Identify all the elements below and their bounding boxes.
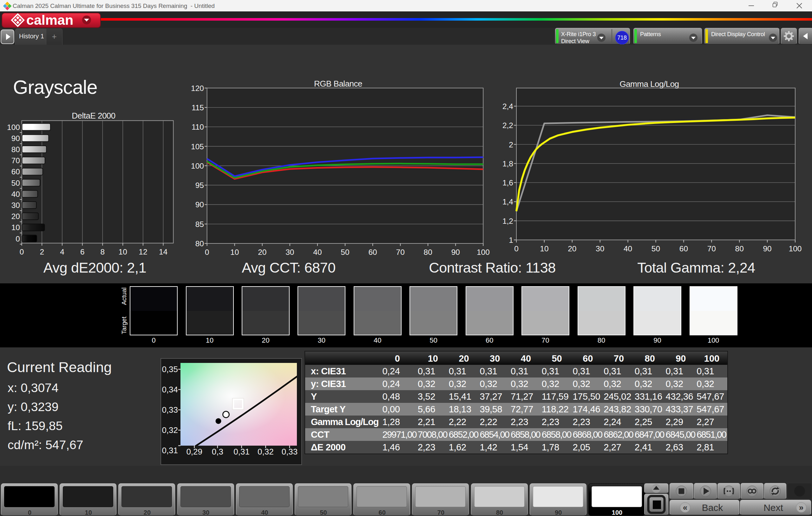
svg-text:70: 70 bbox=[707, 244, 716, 253]
svg-text:2,4: 2,4 bbox=[502, 102, 513, 111]
svg-text:90: 90 bbox=[763, 244, 772, 253]
svg-text:14: 14 bbox=[159, 247, 168, 256]
svg-text:1,2: 1,2 bbox=[502, 217, 513, 225]
svg-text:115: 115 bbox=[192, 103, 204, 112]
svg-text:95: 95 bbox=[195, 181, 204, 189]
svg-text:100: 100 bbox=[477, 248, 490, 256]
svg-text:90: 90 bbox=[195, 200, 204, 209]
svg-text:0: 0 bbox=[205, 248, 209, 256]
svg-text:Avg CCT: 6870: Avg CCT: 6870 bbox=[242, 260, 335, 276]
svg-text:1,6: 1,6 bbox=[502, 178, 513, 187]
svg-text:Back: Back bbox=[702, 503, 724, 513]
svg-text:85: 85 bbox=[195, 220, 204, 229]
svg-text:110: 110 bbox=[192, 123, 204, 131]
svg-text:90: 90 bbox=[452, 248, 460, 256]
svg-text:80: 80 bbox=[11, 145, 20, 154]
svg-text:50: 50 bbox=[651, 244, 660, 253]
svg-text:RGB Balance: RGB Balance bbox=[314, 79, 362, 88]
svg-text:2: 2 bbox=[40, 247, 44, 256]
svg-text:DeltaE 2000: DeltaE 2000 bbox=[72, 111, 115, 120]
svg-text:40: 40 bbox=[624, 244, 632, 253]
svg-text:90: 90 bbox=[11, 134, 20, 143]
svg-text:0,32: 0,32 bbox=[162, 425, 178, 435]
svg-text:100: 100 bbox=[191, 162, 204, 170]
svg-text:12: 12 bbox=[139, 247, 147, 256]
svg-text:50: 50 bbox=[341, 248, 349, 256]
svg-text:60: 60 bbox=[368, 248, 377, 256]
svg-text:10: 10 bbox=[540, 244, 548, 253]
svg-text:1: 1 bbox=[509, 236, 513, 244]
svg-text:1,4: 1,4 bbox=[502, 198, 513, 206]
svg-text:60: 60 bbox=[11, 168, 20, 176]
svg-text:20: 20 bbox=[258, 248, 266, 256]
svg-text:0,35: 0,35 bbox=[162, 364, 178, 374]
svg-text:0: 0 bbox=[514, 244, 519, 253]
svg-text:0: 0 bbox=[20, 247, 24, 256]
svg-text:1,8: 1,8 bbox=[502, 159, 513, 168]
svg-text:2: 2 bbox=[509, 141, 513, 149]
svg-text:0,29: 0,29 bbox=[186, 447, 202, 456]
svg-text:100: 100 bbox=[7, 123, 20, 131]
svg-text:4: 4 bbox=[60, 247, 64, 256]
svg-text:0,3: 0,3 bbox=[212, 447, 223, 456]
svg-text:2,2: 2,2 bbox=[502, 121, 513, 130]
svg-text:30: 30 bbox=[286, 248, 294, 256]
svg-text:105: 105 bbox=[191, 142, 204, 151]
svg-text:0,31: 0,31 bbox=[162, 446, 178, 455]
svg-text:40: 40 bbox=[313, 248, 322, 256]
svg-text:8: 8 bbox=[100, 247, 105, 256]
svg-text:0,34: 0,34 bbox=[162, 385, 178, 394]
svg-text:30: 30 bbox=[596, 244, 604, 253]
svg-text:«: « bbox=[683, 503, 687, 512]
svg-text:70: 70 bbox=[11, 156, 20, 165]
svg-text:Avg dE2000: 2,1: Avg dE2000: 2,1 bbox=[44, 260, 146, 276]
svg-text:10: 10 bbox=[119, 247, 127, 256]
svg-text:20: 20 bbox=[568, 244, 576, 253]
svg-text:0,31: 0,31 bbox=[233, 447, 250, 456]
svg-text:Total Gamma: 2,24: Total Gamma: 2,24 bbox=[637, 260, 755, 276]
svg-text:10: 10 bbox=[230, 248, 239, 256]
svg-text:80: 80 bbox=[424, 248, 432, 256]
svg-text:6: 6 bbox=[80, 247, 85, 256]
svg-text:30: 30 bbox=[11, 201, 20, 210]
svg-text:0,33: 0,33 bbox=[162, 405, 178, 415]
svg-text:Contrast Ratio: 1138: Contrast Ratio: 1138 bbox=[429, 260, 555, 276]
svg-text:Gamma Log/Log: Gamma Log/Log bbox=[619, 79, 679, 89]
svg-text:0,32: 0,32 bbox=[258, 447, 274, 456]
svg-text:10: 10 bbox=[11, 223, 20, 232]
svg-text:100: 100 bbox=[789, 244, 802, 253]
svg-text:40: 40 bbox=[11, 190, 20, 199]
svg-text:0,33: 0,33 bbox=[282, 447, 298, 456]
svg-text:Next: Next bbox=[763, 503, 783, 513]
svg-text:0: 0 bbox=[16, 235, 20, 243]
svg-text:20: 20 bbox=[11, 212, 20, 221]
svg-text:120: 120 bbox=[191, 84, 204, 93]
svg-text:50: 50 bbox=[11, 179, 20, 187]
svg-text:70: 70 bbox=[396, 248, 405, 256]
svg-text:60: 60 bbox=[679, 244, 688, 253]
svg-text:»: » bbox=[799, 503, 804, 512]
svg-text:80: 80 bbox=[735, 244, 744, 253]
svg-text:80: 80 bbox=[195, 239, 204, 248]
